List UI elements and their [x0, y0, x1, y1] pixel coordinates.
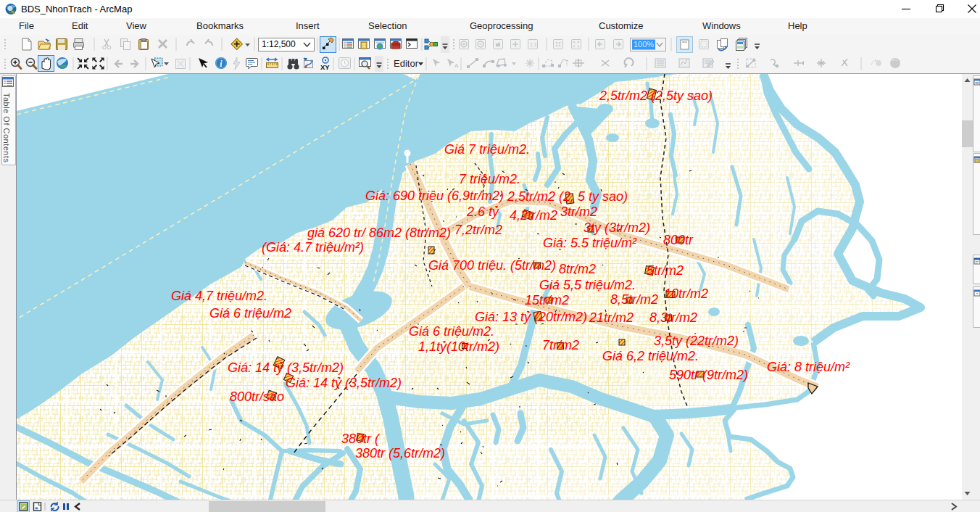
svg-text:4,2tr/m2: 4,2tr/m2 [510, 208, 557, 223]
svg-text:Giá 6,2 triệu/m2.: Giá 6,2 triệu/m2. [602, 349, 699, 363]
svg-text:1:12,500: 1:12,500 [262, 39, 296, 49]
svg-text:Giá: 14 tỷ (3,5tr/m2): Giá: 14 tỷ (3,5tr/m2) [228, 360, 344, 375]
svg-text:Giá: 690 triệu (6,9tr/m2): Giá: 690 triệu (6,9tr/m2) [365, 189, 504, 203]
svg-text:3ty (3tr/m2): 3ty (3tr/m2) [584, 220, 650, 235]
svg-text:XY: XY [320, 63, 330, 71]
svg-text:Editor: Editor [394, 58, 419, 69]
svg-text:7 triệu/m2.: 7 triệu/m2. [459, 172, 520, 186]
svg-text:1,1tỷ(10tr/m2): 1,1tỷ(10tr/m2) [418, 339, 499, 354]
svg-text:2,5tr/m2 (2, 5 ty sao): 2,5tr/m2 (2, 5 ty sao) [507, 189, 628, 204]
svg-text:1:1: 1:1 [530, 42, 537, 47]
svg-text:8tr/m2: 8tr/m2 [559, 262, 596, 276]
svg-text:Giá 6 triệu/m2.: Giá 6 triệu/m2. [409, 324, 494, 339]
svg-text:3tr/m2: 3tr/m2 [560, 205, 597, 219]
svg-text:800tr/sao: 800tr/sao [230, 389, 284, 404]
svg-text:380tr (: 380tr ( [341, 432, 381, 446]
svg-text:(Giá: 4.7 triệu/m²): (Giá: 4.7 triệu/m²) [262, 240, 364, 255]
svg-text:590tr (9tr/m2): 590tr (9tr/m2) [669, 368, 748, 382]
svg-text:Giá: 8 triệu/m²: Giá: 8 triệu/m² [767, 360, 850, 374]
svg-text:21tr/m2: 21tr/m2 [589, 310, 634, 325]
svg-text:10tr/m2: 10tr/m2 [664, 286, 708, 301]
svg-text:Giá 5,5 triệu/m2.: Giá 5,5 triệu/m2. [539, 278, 636, 292]
svg-text:Giá: 5.5 triệu/m²: Giá: 5.5 triệu/m² [543, 236, 637, 250]
svg-text:Giá: 14 tỷ (3,5tr/m2): Giá: 14 tỷ (3,5tr/m2) [286, 376, 402, 390]
svg-text:8,5tr/m2: 8,5tr/m2 [610, 292, 658, 307]
svg-text:800tr: 800tr [663, 233, 694, 247]
svg-text:380tr (5,6tr/m2): 380tr (5,6tr/m2) [355, 446, 445, 461]
svg-text:Giá 6 triệu/m2: Giá 6 triệu/m2 [209, 306, 291, 321]
svg-text:giá 620 tr/ 86m2 (8tr/m2): giá 620 tr/ 86m2 (8tr/m2) [307, 226, 451, 240]
svg-text:100%: 100% [634, 40, 654, 49]
svg-text:3,5ty (22tr/m2): 3,5ty (22tr/m2) [654, 334, 739, 348]
svg-text:Giá 700 triệu. (5tr/m2): Giá 700 triệu. (5tr/m2) [428, 258, 556, 273]
svg-text:15tr/m2: 15tr/m2 [525, 293, 569, 307]
svg-text:8,3tr/m2: 8,3tr/m2 [649, 310, 697, 325]
svg-text:7,2tr/m2: 7,2tr/m2 [454, 223, 502, 237]
svg-text:Giá 4,7 triệu/m2.: Giá 4,7 triệu/m2. [171, 289, 267, 303]
svg-text:A: A [454, 62, 459, 69]
svg-text:Giá 7 triệu/m2.: Giá 7 triệu/m2. [444, 142, 530, 157]
svg-text:7tr/m2: 7tr/m2 [542, 338, 579, 352]
svg-text:2.6 tỷ: 2.6 tỷ [466, 205, 499, 219]
svg-text:Giá: 13 tỷ (20tr/m2): Giá: 13 tỷ (20tr/m2) [475, 310, 587, 324]
svg-text:2,5tr/m2 (2,5ty sao): 2,5tr/m2 (2,5ty sao) [599, 88, 713, 103]
svg-text:5tr/m2: 5tr/m2 [647, 263, 684, 278]
